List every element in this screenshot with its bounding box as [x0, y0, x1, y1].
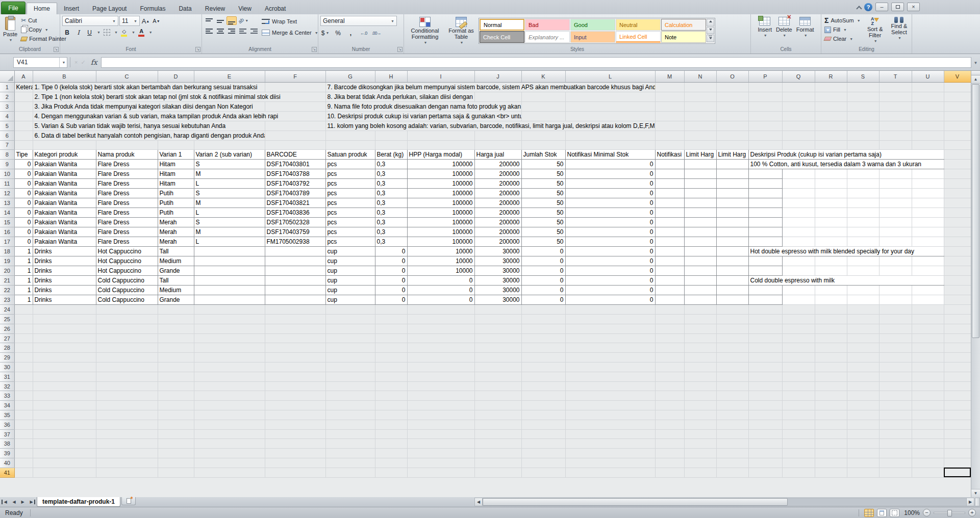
cell-Q31[interactable]	[782, 372, 815, 381]
cell-G29[interactable]	[325, 353, 375, 362]
number-format-select[interactable]: General▼	[320, 16, 397, 26]
cell-K12[interactable]: 50	[521, 189, 565, 198]
cell-A16[interactable]: 0	[14, 227, 33, 237]
cell-R25[interactable]	[815, 315, 847, 324]
cell-T11[interactable]	[879, 179, 912, 189]
cell-S2[interactable]	[847, 92, 879, 101]
cell-N17[interactable]	[684, 237, 716, 247]
cell-V6[interactable]	[944, 131, 971, 140]
cell-V5[interactable]	[944, 121, 971, 131]
cell-L13[interactable]: 0	[565, 198, 655, 208]
cell-H14[interactable]: 0,3	[375, 208, 407, 218]
cell-H18[interactable]: 0	[375, 247, 407, 256]
header-D8[interactable]: Varian 1	[158, 150, 194, 160]
cell-G4[interactable]: 10. Deskripsi produk cukup isi varian pe…	[325, 111, 521, 121]
cell-V22[interactable]	[944, 286, 971, 295]
cell-K32[interactable]	[521, 381, 565, 391]
cell-P36[interactable]	[748, 420, 782, 429]
cell-M41[interactable]	[655, 468, 684, 477]
cell-N14[interactable]	[684, 208, 716, 218]
col-header-L[interactable]: L	[565, 71, 655, 82]
cell-V4[interactable]	[944, 111, 971, 121]
cell-E22[interactable]	[194, 286, 265, 295]
cell-F22[interactable]	[265, 286, 325, 295]
cell-N5[interactable]	[684, 121, 716, 131]
cell-G23[interactable]: cup	[325, 295, 375, 305]
cell-I6[interactable]	[407, 131, 474, 140]
cell-O41[interactable]	[716, 468, 748, 477]
col-header-U[interactable]: U	[912, 71, 944, 82]
cell-G10[interactable]: pcs	[325, 169, 375, 179]
accounting-format-button[interactable]: $▼	[320, 28, 330, 38]
horizontal-scroll-track[interactable]	[483, 498, 966, 506]
cell-B35[interactable]	[33, 410, 96, 420]
cell-T26[interactable]	[879, 324, 912, 333]
cell-E32[interactable]	[194, 381, 265, 391]
cell-A18[interactable]: 1	[14, 247, 33, 256]
cell-S33[interactable]	[847, 391, 879, 401]
cell-V32[interactable]	[944, 381, 971, 391]
cell-J28[interactable]	[474, 343, 521, 353]
cell-T12[interactable]	[879, 189, 912, 198]
cell-L40[interactable]	[565, 458, 655, 468]
cell-P4[interactable]	[748, 111, 782, 121]
row-header-25[interactable]: 25	[0, 315, 14, 324]
cell-V24[interactable]	[944, 305, 971, 315]
cell-K34[interactable]	[521, 401, 565, 410]
cell-V29[interactable]	[944, 353, 971, 362]
cell-A34[interactable]	[14, 401, 33, 410]
cell-R11[interactable]	[815, 179, 847, 189]
cell-K3[interactable]	[521, 101, 565, 111]
page-break-view-button[interactable]	[890, 509, 899, 517]
cell-N31[interactable]	[684, 372, 716, 381]
cell-C30[interactable]	[96, 362, 158, 372]
cell-U33[interactable]	[912, 391, 944, 401]
cell-B20[interactable]: Drinks	[33, 266, 96, 276]
cell-A25[interactable]	[14, 315, 33, 324]
cell-C7[interactable]	[96, 140, 158, 150]
cell-R12[interactable]	[815, 189, 847, 198]
cell-N24[interactable]	[684, 305, 716, 315]
cell-U11[interactable]	[912, 179, 944, 189]
cell-U32[interactable]	[912, 381, 944, 391]
cell-C29[interactable]	[96, 353, 158, 362]
cell-I26[interactable]	[407, 324, 474, 333]
cell-S37[interactable]	[847, 429, 879, 439]
zoom-in-button[interactable]: +	[968, 509, 976, 516]
cell-H34[interactable]	[375, 401, 407, 410]
cell-L21[interactable]: 0	[565, 276, 655, 286]
cell-R35[interactable]	[815, 410, 847, 420]
vertical-scroll-track[interactable]	[971, 84, 980, 489]
cell-T31[interactable]	[879, 372, 912, 381]
cell-U24[interactable]	[912, 305, 944, 315]
cell-U15[interactable]	[912, 218, 944, 227]
close-button[interactable]: ×	[907, 3, 920, 11]
cell-P23[interactable]	[748, 295, 782, 305]
cell-A30[interactable]	[14, 362, 33, 372]
tab-review[interactable]: Review	[198, 3, 232, 14]
cell-M20[interactable]	[655, 266, 684, 276]
cell-J40[interactable]	[474, 458, 521, 468]
cell-B27[interactable]	[33, 333, 96, 343]
cell-O14[interactable]	[716, 208, 748, 218]
cell-J18[interactable]: 30000	[474, 247, 521, 256]
cell-K36[interactable]	[521, 420, 565, 429]
row-header-23[interactable]: 23	[0, 295, 14, 305]
row-header-33[interactable]: 33	[0, 391, 14, 401]
vertical-scroll-thumb[interactable]	[972, 84, 979, 338]
cell-P41[interactable]	[748, 468, 782, 477]
cell-U20[interactable]	[912, 266, 944, 276]
cell-E16[interactable]: M	[194, 227, 265, 237]
cell-J9[interactable]: 200000	[474, 160, 521, 169]
cell-J39[interactable]	[474, 449, 521, 458]
cell-A15[interactable]: 0	[14, 218, 33, 227]
cell-I12[interactable]: 100000	[407, 189, 474, 198]
cell-L3[interactable]	[565, 101, 655, 111]
cell-O40[interactable]	[716, 458, 748, 468]
cell-F11[interactable]: DSF170403792	[265, 179, 325, 189]
scroll-right-icon[interactable]: ▶	[966, 498, 974, 506]
cell-U34[interactable]	[912, 401, 944, 410]
cell-A36[interactable]	[14, 420, 33, 429]
cell-C28[interactable]	[96, 343, 158, 353]
cell-C37[interactable]	[96, 429, 158, 439]
